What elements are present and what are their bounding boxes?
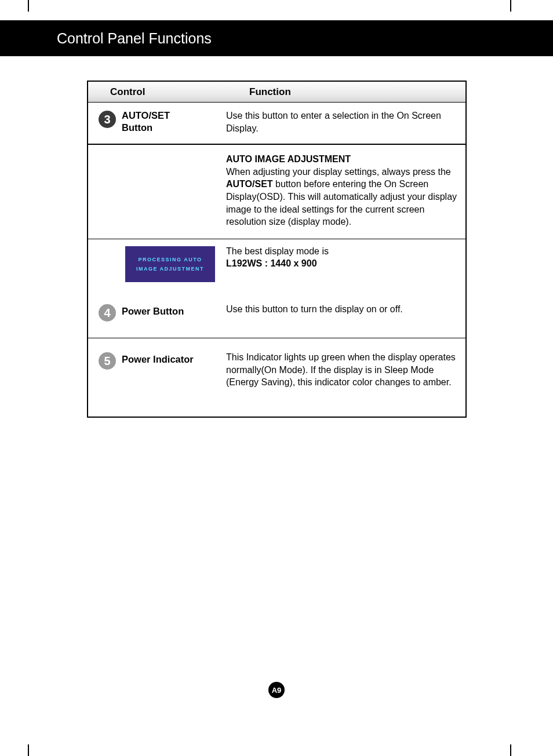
control-name: AUTO/SET Button: [122, 109, 170, 133]
control-name: Power Indicator: [122, 353, 194, 366]
table-subrow: AUTO IMAGE ADJUSTMENT When adjusting you…: [88, 144, 465, 239]
control-name: Power Button: [122, 305, 184, 317]
control-name-line2: Button: [122, 122, 152, 133]
function-cell: Use this button to turn the display on o…: [221, 289, 465, 338]
osd-preview-cell: PROCESSING AUTO IMAGE ADJUSTMENT: [88, 239, 221, 289]
step-badge-icon: 5: [99, 352, 116, 370]
subsection-body: When adjusting your display settings, al…: [226, 166, 457, 228]
table-header: Control Function: [88, 82, 465, 103]
crop-mark: [28, 0, 29, 12]
table-row-group: 3 AUTO/SET Button Use this button to ent…: [88, 103, 465, 289]
function-text: Use this button to turn the display on o…: [226, 304, 403, 314]
crop-mark: [510, 744, 511, 756]
page-title: Control Panel Functions: [57, 30, 212, 47]
control-name-line1: AUTO/SET: [122, 110, 170, 120]
page-number-badge: A9: [268, 682, 285, 698]
control-cell: 5 Power Indicator: [88, 338, 221, 417]
table-subrow: PROCESSING AUTO IMAGE ADJUSTMENT The bes…: [88, 239, 465, 289]
table-row: 5 Power Indicator This Indicator lights …: [88, 338, 465, 417]
body-a: When adjusting your display settings, al…: [226, 167, 451, 177]
crop-mark: [28, 744, 29, 756]
body-bold: AUTO/SET: [226, 179, 273, 189]
osd-preview-box: PROCESSING AUTO IMAGE ADJUSTMENT: [125, 246, 215, 282]
function-text: This Indicator lights up green when the …: [226, 352, 456, 387]
osd-line1: PROCESSING AUTO: [132, 255, 209, 264]
functions-table: Control Function 3 AUTO/SET Button Use t…: [87, 81, 467, 418]
table-row: 4 Power Button Use this button to turn t…: [88, 289, 465, 338]
mode-intro: The best display mode is: [226, 245, 457, 258]
mode-value: L192WS : 1440 x 900: [226, 257, 457, 270]
page-number: A9: [272, 686, 282, 695]
function-cell: AUTO IMAGE ADJUSTMENT When adjusting you…: [221, 145, 465, 239]
control-cell: 4 Power Button: [88, 289, 221, 338]
page-title-bar: Control Panel Functions: [0, 20, 553, 56]
function-cell: This Indicator lights up green when the …: [221, 338, 465, 417]
osd-line2: IMAGE ADJUSTMENT: [132, 264, 209, 273]
subsection-title: AUTO IMAGE ADJUSTMENT: [226, 153, 457, 166]
function-cell: Use this button to enter a selection in …: [221, 103, 465, 144]
column-header-control: Control: [88, 86, 221, 98]
control-cell-empty: [88, 145, 221, 239]
column-header-function: Function: [221, 86, 465, 98]
function-text: Use this button to enter a selection in …: [226, 111, 441, 133]
function-cell: The best display mode is L192WS : 1440 x…: [221, 239, 465, 289]
control-cell: 3 AUTO/SET Button: [88, 103, 221, 144]
table-row: 3 AUTO/SET Button Use this button to ent…: [88, 103, 465, 144]
step-badge-icon: 4: [99, 304, 116, 322]
step-badge-icon: 3: [99, 111, 116, 128]
crop-mark: [510, 0, 511, 12]
